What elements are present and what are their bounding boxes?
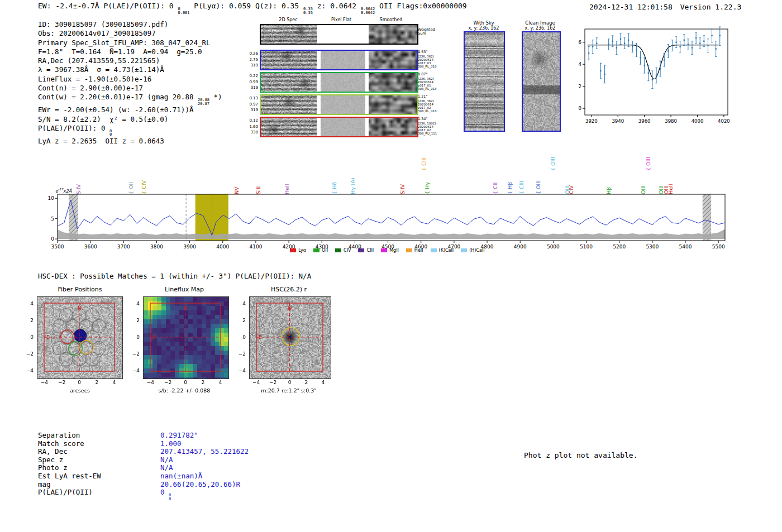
info-line: P(LAE)/P(OII): 0 00 bbox=[38, 124, 222, 137]
axis-tick-label: 2 bbox=[23, 318, 34, 323]
spec2d-row-image bbox=[261, 51, 417, 69]
spec2d-left-value: 338 bbox=[240, 130, 258, 136]
match-table: Separation0.291782"Match score1.000RA, D… bbox=[38, 431, 273, 496]
match-table-value: 0.291782" bbox=[160, 431, 198, 439]
legend-item: (H)CaII bbox=[461, 248, 484, 253]
emission-line-label: { OIII bbox=[550, 157, 555, 171]
axis-tick-label: 2 bbox=[236, 318, 246, 323]
legend-item: OII bbox=[313, 248, 328, 253]
legend-swatch bbox=[335, 248, 341, 252]
svg-text:N: N bbox=[184, 305, 188, 311]
match-table-value: nan(±nan)Å bbox=[160, 472, 202, 480]
svg-text:10: 10 bbox=[48, 195, 55, 201]
match-table-row: Separation0.291782" bbox=[38, 431, 273, 439]
spec2d-row-strip bbox=[260, 94, 418, 115]
svg-text:4: 4 bbox=[579, 61, 581, 67]
svg-text:E: E bbox=[259, 334, 262, 340]
spec2d-row-left-labels: 0.121.60338 bbox=[240, 118, 258, 136]
legend-swatch bbox=[313, 248, 320, 252]
info-line: LineFlux = -1.90(±0.50)e-16 bbox=[38, 75, 222, 84]
with-sky-panel bbox=[464, 31, 505, 132]
match-table-label: Est LyA rest-EW bbox=[38, 472, 101, 480]
match-table-value: 0 00 bbox=[160, 488, 171, 501]
full-spectrum-plot: 3500360037003800390040004100420043004400… bbox=[45, 188, 730, 255]
match-table-label: Match score bbox=[38, 439, 84, 448]
axis-tick-label: −4 bbox=[251, 380, 262, 385]
match-table-row: Spec zN/A bbox=[38, 456, 273, 464]
legend-swatch bbox=[358, 248, 364, 252]
spec2d-row-strip bbox=[260, 117, 418, 137]
with-sky-coords: x, y: 236, 162 bbox=[469, 26, 499, 31]
spec2d-row-image bbox=[261, 118, 417, 136]
axis-tick-label: −2 bbox=[236, 351, 246, 357]
match-table-label: P(LAE)/P(OII) bbox=[38, 488, 93, 496]
col-header-pixelflat: Pixel Flat bbox=[331, 17, 351, 22]
axis-tick-label: −4 bbox=[236, 368, 246, 373]
legend-label: CIV bbox=[344, 248, 351, 253]
svg-text:3980: 3980 bbox=[665, 118, 677, 124]
weighted-sum-label: Weighted Sum bbox=[418, 28, 435, 36]
col-header-smoothed: Smoothed bbox=[380, 17, 403, 22]
axis-tick-label: 0 bbox=[180, 380, 191, 385]
with-sky-image bbox=[465, 32, 504, 131]
match-table-value: 1.000 bbox=[160, 439, 182, 448]
legend-item: CIV bbox=[335, 248, 351, 253]
elixer-report-page: EW: -2.4±-0.7Å P(LAE)/P(OII): 0 00.001 P… bbox=[0, 0, 782, 532]
spec2d-weighted-image bbox=[261, 25, 417, 44]
legend-swatch bbox=[431, 248, 437, 252]
svg-text:2: 2 bbox=[579, 84, 581, 89]
spec2d-left-value: 319 bbox=[240, 63, 258, 69]
spec2d-left-value: 0.97 bbox=[240, 102, 258, 108]
axis-tick-label: 0 bbox=[236, 334, 246, 340]
legend-label: OII bbox=[322, 248, 328, 253]
legend-label: MgII bbox=[389, 248, 399, 253]
match-table-value: N/A bbox=[160, 463, 173, 472]
match-table-value: N/A bbox=[160, 456, 173, 464]
hsc-cutout-title: HSC(26.2) r bbox=[271, 286, 307, 293]
emission-line-label: { CIII bbox=[421, 157, 426, 171]
match-table-row: Photo zN/A bbox=[38, 463, 273, 472]
fiber-positions-overlay: NE bbox=[37, 296, 122, 378]
spec2d-row-image bbox=[261, 73, 417, 92]
axis-tick-label: 4 bbox=[109, 380, 120, 385]
spec2d-row-strip bbox=[260, 72, 418, 93]
stacked-fraction: 0.350.35 bbox=[303, 7, 313, 15]
legend-swatch bbox=[461, 248, 467, 252]
axis-tick-label: −4 bbox=[130, 368, 140, 373]
spec2d-annotation-line: 308_RU_111 bbox=[418, 132, 452, 135]
fiber-positions-title: Fiber Positions bbox=[58, 286, 102, 293]
spec2d-left-value: 1.60 bbox=[240, 124, 258, 130]
match-table-row: Est LyA rest-EWnan(±nan)Å bbox=[38, 472, 273, 480]
legend-swatch bbox=[381, 248, 387, 252]
info-line: Primary Spec_Slot_IFU_AMP: 308_047_024_R… bbox=[38, 39, 222, 47]
spec2d-weighted-strip bbox=[260, 24, 418, 45]
match-table-value: 207.413457, 55.221622 bbox=[160, 447, 249, 456]
photz-note: Phot z plot not available. bbox=[524, 451, 638, 459]
svg-text:0: 0 bbox=[579, 106, 581, 111]
spectrum-legend: LyαOIICIVCIIIMgIIHeII(K)CaII(H)CaII bbox=[45, 248, 730, 253]
clean-image bbox=[523, 32, 560, 131]
legend-swatch bbox=[406, 248, 412, 252]
emission-line-label: { OIII bbox=[646, 157, 651, 171]
header-right: 2024-12-31 12:01:58Version 1.22.3 bbox=[589, 3, 741, 11]
axis-tick-label: 4 bbox=[130, 301, 140, 306]
match-table-value: 20.66(20.65,20.66)R bbox=[160, 480, 240, 488]
legend-item: CIII bbox=[358, 248, 374, 253]
spec2d-left-value: 0.12 bbox=[240, 118, 258, 124]
header-summary: EW: -2.4±-0.7Å P(LAE)/P(OII): 0 00.001 P… bbox=[38, 2, 467, 15]
axis-tick-label: 0 bbox=[23, 334, 34, 340]
svg-text:N: N bbox=[288, 305, 292, 311]
match-table-row: mag20.66(20.65,20.66)R bbox=[38, 480, 273, 488]
svg-text:3940: 3940 bbox=[612, 118, 624, 124]
spec2d-row-annotation: 1.21"(236, 362)20200614v017_02308_RL_018 bbox=[418, 95, 452, 113]
stacked-fraction: 00 bbox=[109, 130, 112, 137]
axis-tick-label: 4 bbox=[236, 301, 246, 306]
spec2d-left-value: 2.75 bbox=[240, 57, 258, 63]
svg-text:5: 5 bbox=[51, 216, 54, 222]
info-line: RA,Dec (207.413559,55.221565) bbox=[38, 56, 222, 65]
info-line: S/N = 8.2(±2.2) χ² = 0.5(±0.0) bbox=[38, 115, 222, 124]
spec2d-annotation-line: 0.87" bbox=[418, 73, 452, 77]
axis-tick-label: −2 bbox=[130, 351, 140, 357]
match-table-label: mag bbox=[38, 480, 51, 488]
axis-tick-label: −4 bbox=[39, 380, 50, 385]
